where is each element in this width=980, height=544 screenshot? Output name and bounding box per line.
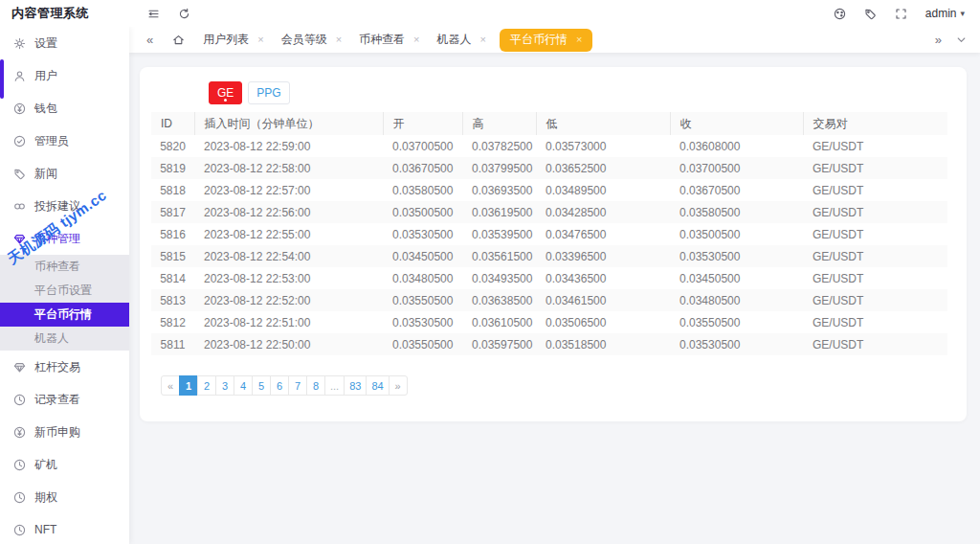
user-menu[interactable]: admin ▾ — [925, 7, 965, 20]
gem-icon — [13, 233, 26, 245]
sidebar-item-期权[interactable]: 期权 — [0, 481, 129, 513]
pagination-page-1[interactable]: 1 — [179, 375, 198, 396]
table-cell: GE/USDT — [803, 157, 947, 179]
table-cell: GE/USDT — [803, 267, 947, 289]
tab-close-icon[interactable]: × — [413, 34, 419, 45]
sidebar-item-管理员[interactable]: 管理员 — [0, 125, 129, 157]
table-cell: 5815 — [151, 245, 194, 267]
table-cell: 2023-08-12 22:53:00 — [194, 267, 383, 289]
user-name: admin — [925, 7, 957, 20]
table-row: 58152023-08-12 22:54:000.034505000.03561… — [151, 245, 947, 267]
tabbar-right: » — [935, 34, 980, 46]
table-row: 58202023-08-12 22:59:000.037005000.03782… — [151, 135, 947, 157]
table-cell: 0.03500500 — [383, 201, 462, 223]
sidebar-item-label: 设置 — [34, 35, 57, 52]
tab-label: 币种查看 — [359, 32, 405, 48]
sidebar-item-label: NFT — [34, 523, 56, 536]
sidebar-subitem-平台币设置[interactable]: 平台币设置 — [0, 279, 129, 303]
table-cell: 0.03530500 — [383, 311, 462, 333]
table-cell: 5813 — [151, 289, 194, 311]
coin-filter-ppg-button[interactable]: PPG — [248, 81, 289, 104]
sidebar-subitem-机器人[interactable]: 机器人 — [0, 327, 129, 351]
pagination-page-5[interactable]: 5 — [252, 375, 271, 396]
sidebar-item-币种管理[interactable]: 币种管理 — [0, 222, 129, 255]
table-cell: 0.03450500 — [670, 267, 803, 289]
tabs-menu-chevron-down-icon[interactable] — [955, 34, 968, 46]
sidebar-item-矿机[interactable]: 矿机 — [0, 448, 129, 481]
pagination-page-4[interactable]: 4 — [234, 375, 253, 396]
sidebar-subitem-币种查看[interactable]: 币种查看 — [0, 255, 129, 279]
sidebar-item-label: 钱包 — [34, 101, 57, 117]
tag-icon[interactable] — [864, 8, 877, 20]
column-header: 低 — [536, 112, 670, 135]
tab-会员等级[interactable]: 会员等级× — [273, 27, 350, 53]
main-content: GEPPG ID插入时间（分钟单位）开高低收交易对 58202023-08-12… — [129, 53, 980, 544]
top-navbar: 内容管理系统 admin ▾ — [0, 0, 980, 27]
tab-机器人[interactable]: 机器人× — [429, 27, 495, 53]
table-cell: 2023-08-12 22:57:00 — [194, 179, 383, 201]
sidebar-item-设置[interactable]: 设置 — [0, 27, 129, 59]
table-cell: 0.03506500 — [536, 311, 670, 333]
table-cell: 2023-08-12 22:51:00 — [194, 311, 383, 333]
table-cell: 0.03550500 — [383, 289, 462, 311]
tabs-back-icon[interactable]: « — [146, 34, 153, 46]
pagination-page-6[interactable]: 6 — [270, 375, 289, 396]
home-icon[interactable] — [172, 34, 185, 46]
tab-平台币行情[interactable]: 平台币行情× — [500, 29, 592, 52]
table-cell: 2023-08-12 22:52:00 — [194, 289, 383, 311]
refresh-icon[interactable] — [178, 8, 190, 20]
pagination-page-2[interactable]: 2 — [197, 375, 216, 396]
pagination-next-button[interactable]: » — [389, 375, 408, 396]
sidebar-item-NFT[interactable]: NFT — [0, 513, 129, 544]
content-card: GEPPG ID插入时间（分钟单位）开高低收交易对 58202023-08-12… — [140, 67, 967, 421]
table-cell: 0.03461500 — [536, 289, 670, 311]
table-row: 58182023-08-12 22:57:000.035805000.03693… — [151, 179, 947, 201]
tab-用户列表[interactable]: 用户列表× — [194, 27, 272, 53]
pagination-page-3[interactable]: 3 — [215, 375, 234, 396]
tab-close-icon[interactable]: × — [480, 34, 486, 45]
column-header: 高 — [462, 112, 536, 135]
table-row: 58112023-08-12 22:50:000.035505000.03597… — [151, 333, 947, 355]
sidebar-item-label: 杠杆交易 — [34, 359, 80, 375]
sidebar-item-label: 期权 — [34, 489, 57, 506]
pagination-page-8[interactable]: 8 — [306, 375, 325, 396]
sidebar-item-新币申购[interactable]: 新币申购 — [0, 416, 129, 448]
pagination-page-84[interactable]: 84 — [366, 375, 389, 396]
tag-icon — [13, 168, 26, 180]
pagination-prev-button[interactable]: « — [161, 375, 180, 396]
table-cell: 0.03530500 — [670, 245, 803, 267]
tab-close-icon[interactable]: × — [336, 34, 342, 45]
tab-label: 平台币行情 — [510, 32, 568, 48]
sidebar-item-记录查看[interactable]: 记录查看 — [0, 383, 129, 416]
sidebar-item-label: 记录查看 — [34, 392, 80, 408]
tab-label: 用户列表 — [203, 32, 249, 48]
sidebar-item-杠杆交易[interactable]: 杠杆交易 — [0, 351, 129, 383]
tab-close-icon[interactable]: × — [257, 34, 263, 45]
sidebar-item-新闻[interactable]: 新闻 — [0, 157, 129, 190]
clock-icon — [13, 491, 26, 504]
table-cell: 0.03550500 — [670, 311, 803, 333]
column-header: 开 — [383, 112, 462, 135]
table-cell: 5817 — [151, 201, 194, 223]
tab-close-icon[interactable]: × — [576, 34, 582, 45]
sidebar-item-用户[interactable]: 用户 — [0, 59, 129, 92]
pagination-page-83[interactable]: 83 — [344, 375, 367, 396]
table-row: 58122023-08-12 22:51:000.035305000.03610… — [151, 311, 947, 333]
sidebar-item-投拆建议[interactable]: 投拆建议 — [0, 190, 129, 222]
theme-palette-icon[interactable] — [834, 8, 846, 20]
collapse-menu-icon[interactable] — [147, 8, 160, 20]
sidebar-item-钱包[interactable]: 钱包 — [0, 92, 129, 125]
tab-币种查看[interactable]: 币种查看× — [350, 27, 428, 53]
caret-down-icon: ▾ — [960, 9, 965, 18]
app-title: 内容管理系统 — [0, 5, 129, 22]
shield-check-icon — [13, 135, 26, 147]
pagination-page-7[interactable]: 7 — [288, 375, 307, 396]
table-cell: 0.03539500 — [462, 223, 536, 245]
fullscreen-icon[interactable] — [895, 8, 907, 20]
coin-filter-ge-button[interactable]: GE — [209, 81, 242, 104]
tabs-forward-icon[interactable]: » — [935, 34, 942, 46]
sidebar-subitem-平台币行情[interactable]: 平台币行情 — [0, 303, 129, 327]
table-cell: 5814 — [151, 267, 194, 289]
sidebar-scrollbar-thumb[interactable] — [0, 59, 4, 99]
table-cell: 5819 — [151, 157, 194, 179]
